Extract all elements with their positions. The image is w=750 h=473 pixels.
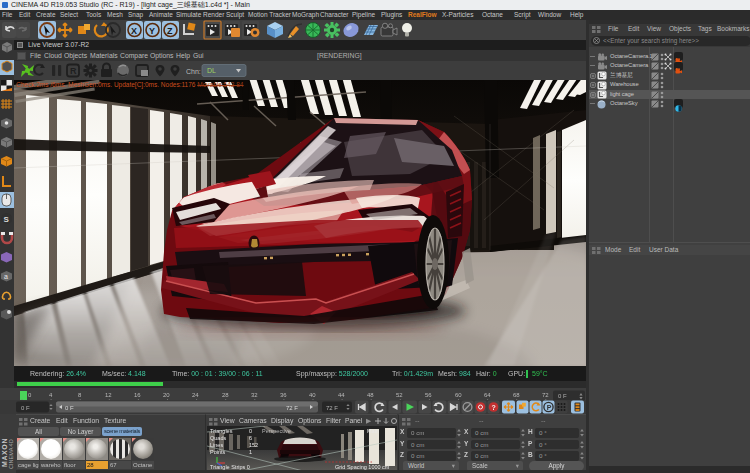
svg-text:72 F: 72 F [326, 405, 338, 411]
svg-text:Points: Points [210, 449, 226, 455]
svg-text:56: 56 [425, 392, 432, 398]
svg-text:Quads: Quads [210, 435, 226, 441]
svg-text:4: 4 [49, 392, 53, 398]
svg-text:8: 8 [78, 392, 82, 398]
svg-text:a: a [4, 273, 8, 280]
svg-text:152: 152 [249, 442, 258, 448]
svg-text:48: 48 [367, 392, 374, 398]
svg-text:Chn:: Chn: [186, 68, 201, 75]
svg-text:12: 12 [105, 392, 112, 398]
svg-text:S: S [4, 215, 10, 224]
svg-text:0 F: 0 F [21, 405, 30, 411]
svg-text:36: 36 [280, 392, 287, 398]
svg-text:60: 60 [455, 392, 462, 398]
svg-text:1: 1 [249, 449, 252, 455]
svg-text:40: 40 [309, 392, 316, 398]
svg-text:Lines: Lines [210, 442, 223, 448]
svg-text:Perspective: Perspective [262, 428, 291, 434]
svg-text:72: 72 [542, 392, 549, 398]
svg-text:52: 52 [396, 392, 403, 398]
svg-text:Z: Z [167, 26, 173, 36]
svg-text:X: X [131, 26, 137, 36]
svg-text:6: 6 [249, 435, 252, 441]
svg-text:68: 68 [513, 392, 520, 398]
svg-text:DL: DL [207, 67, 216, 74]
svg-text:Triangles: Triangles [210, 428, 233, 434]
svg-text:Y: Y [149, 26, 155, 36]
svg-text:P: P [547, 404, 552, 411]
svg-text:16: 16 [134, 392, 141, 398]
svg-text:44: 44 [338, 392, 345, 398]
svg-text:0: 0 [28, 392, 32, 398]
svg-text:72 F: 72 F [286, 405, 298, 411]
svg-text:0 F: 0 F [558, 393, 567, 399]
svg-text:64: 64 [484, 392, 491, 398]
svg-text:Main: Main [367, 428, 379, 434]
svg-text:24: 24 [192, 392, 199, 398]
svg-text:20: 20 [163, 392, 170, 398]
svg-text:R: R [70, 66, 77, 76]
svg-text:0: 0 [249, 428, 252, 434]
svg-text:32: 32 [251, 392, 258, 398]
svg-text:28: 28 [222, 392, 229, 398]
svg-text:?: ? [492, 404, 496, 411]
svg-text:0 F: 0 F [65, 405, 74, 411]
